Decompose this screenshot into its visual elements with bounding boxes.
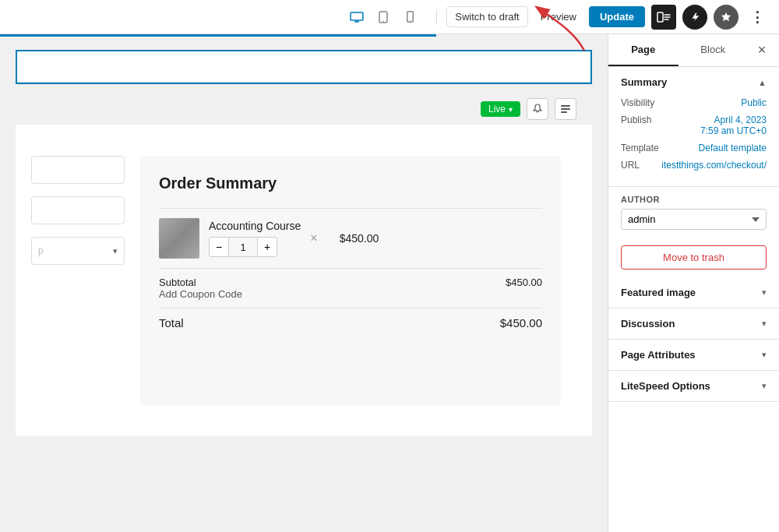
switch-draft-button[interactable]: Switch to draft: [446, 6, 527, 27]
featured-image-section[interactable]: Featured image ▾: [608, 277, 779, 308]
publish-row: Publish April 4, 2023 7:59 am UTC+0: [621, 115, 767, 136]
total-label: Total: [159, 316, 184, 329]
summary-section-title: Summary: [621, 76, 667, 88]
separator: [436, 9, 437, 25]
mobile-icon[interactable]: [399, 6, 421, 28]
svg-rect-6: [561, 105, 570, 107]
form-field-select[interactable]: p ▾: [31, 237, 125, 265]
list-view-icon-button[interactable]: [555, 98, 576, 120]
visibility-value[interactable]: Public: [741, 97, 767, 108]
order-item-image: [159, 218, 199, 259]
page-attributes-section[interactable]: Page Attributes ▾: [608, 340, 779, 371]
summary-collapse-button[interactable]: ▲: [758, 78, 767, 87]
device-icons: [346, 6, 421, 28]
coupon-code-link[interactable]: Add Coupon Code: [159, 288, 242, 300]
tab-block[interactable]: Block: [679, 34, 749, 66]
order-item-price: $450.00: [340, 232, 379, 245]
order-item-details: Accounting Course − 1 +: [209, 220, 301, 257]
publish-label: Publish: [621, 115, 651, 125]
author-select[interactable]: admin: [621, 209, 767, 230]
subtotal-section: Subtotal Add Coupon Code: [159, 277, 242, 300]
order-item-close-button[interactable]: ×: [310, 231, 317, 245]
featured-image-chevron-icon: ▾: [762, 287, 767, 298]
panel-tabs: Page Block ×: [608, 34, 779, 67]
main-content-area: Live ▾: [0, 34, 608, 532]
desktop-icon[interactable]: [346, 6, 368, 28]
preview-button[interactable]: Preview: [534, 7, 583, 26]
notification-icon-button[interactable]: [527, 98, 548, 120]
order-summary-title: Order Summary: [159, 174, 542, 192]
svg-rect-7: [561, 108, 570, 110]
page-attributes-chevron-icon: ▾: [762, 350, 767, 360]
litespeed-chevron-icon: ▾: [762, 381, 767, 391]
select-placeholder: p: [38, 245, 44, 256]
visibility-label: Visibility: [621, 97, 654, 108]
ellipsis-icon: ⋮: [750, 9, 765, 26]
live-badge-button[interactable]: Live ▾: [481, 101, 520, 117]
publish-date: April 4, 2023: [714, 115, 767, 125]
featured-image-label: Featured image: [621, 287, 696, 298]
update-button[interactable]: Update: [589, 6, 645, 27]
settings-panel-button[interactable]: [651, 5, 676, 30]
template-row: Template Default template: [621, 143, 767, 153]
template-link[interactable]: Default template: [699, 143, 767, 153]
page-canvas: p ▾ Order Summary Accounting Course −: [16, 125, 592, 436]
order-item: Accounting Course − 1 + × $450.00: [159, 208, 542, 268]
quantity-controls: − 1 +: [209, 237, 301, 257]
summary-title-row: Summary ▲: [621, 76, 767, 88]
discussion-section[interactable]: Discussion ▾: [608, 308, 779, 340]
publish-value[interactable]: April 4, 2023 7:59 am UTC+0: [700, 115, 767, 136]
template-value[interactable]: Default template: [699, 143, 767, 153]
subtotal-row: Subtotal Add Coupon Code $450.00: [159, 268, 542, 308]
page-attributes-label: Page Attributes: [621, 349, 696, 361]
svg-rect-0: [351, 12, 363, 20]
summary-section: Summary ▲ Visibility Public Publish Apri…: [608, 67, 779, 187]
form-fields-column: p ▾: [31, 156, 125, 405]
form-field-1[interactable]: [31, 156, 125, 184]
author-label: AUTHOR: [621, 195, 767, 204]
svg-rect-8: [561, 111, 567, 113]
svg-point-2: [383, 20, 385, 22]
total-row: Total $450.00: [159, 308, 542, 337]
url-row: URL itestthings.com/checkout/: [621, 160, 767, 171]
total-value: $450.00: [500, 316, 542, 329]
svg-rect-5: [657, 12, 663, 22]
yoast-icon[interactable]: [682, 5, 707, 30]
visibility-link[interactable]: Public: [741, 97, 767, 108]
canvas-block[interactable]: [16, 50, 592, 84]
selection-indicator: [0, 34, 436, 37]
quantity-increase-button[interactable]: +: [257, 237, 277, 257]
more-options-button[interactable]: ⋮: [745, 5, 770, 30]
move-to-trash-button[interactable]: Move to trash: [621, 245, 767, 270]
quantity-decrease-button[interactable]: −: [209, 237, 229, 257]
svg-point-4: [410, 20, 411, 21]
subtotal-value: $450.00: [506, 277, 542, 300]
select-chevron-icon: ▾: [113, 246, 118, 256]
right-panel: Page Block × Summary ▲ Visibility Public…: [608, 34, 779, 532]
order-item-name: Accounting Course: [209, 220, 301, 232]
order-summary: Order Summary Accounting Course − 1 +: [140, 156, 561, 405]
author-section: AUTHOR admin: [608, 187, 779, 238]
discussion-chevron-icon: ▾: [762, 319, 767, 329]
toolbar: Switch to draft Preview Update ⋮: [0, 0, 779, 34]
template-label: Template: [621, 143, 659, 153]
live-chevron-icon: ▾: [509, 105, 513, 114]
publish-time: 7:59 am UTC+0: [700, 125, 767, 136]
live-bar: Live ▾: [16, 93, 592, 125]
user-avatar[interactable]: [714, 5, 738, 30]
url-value[interactable]: itestthings.com/checkout/: [661, 160, 767, 171]
live-label: Live: [488, 104, 506, 115]
form-field-2[interactable]: [31, 196, 125, 224]
litespeed-label: LiteSpeed Options: [621, 380, 710, 392]
panel-close-button[interactable]: ×: [748, 37, 776, 65]
litespeed-section[interactable]: LiteSpeed Options ▾: [608, 371, 779, 402]
tab-page[interactable]: Page: [608, 34, 679, 66]
discussion-label: Discussion: [621, 318, 675, 329]
url-link[interactable]: itestthings.com/checkout/: [661, 160, 767, 171]
tablet-icon[interactable]: [372, 6, 394, 28]
quantity-value: 1: [229, 237, 257, 257]
main-layout: Live ▾: [0, 34, 779, 532]
visibility-row: Visibility Public: [621, 97, 767, 108]
url-label: URL: [621, 160, 640, 171]
subtotal-label: Subtotal: [159, 277, 242, 288]
